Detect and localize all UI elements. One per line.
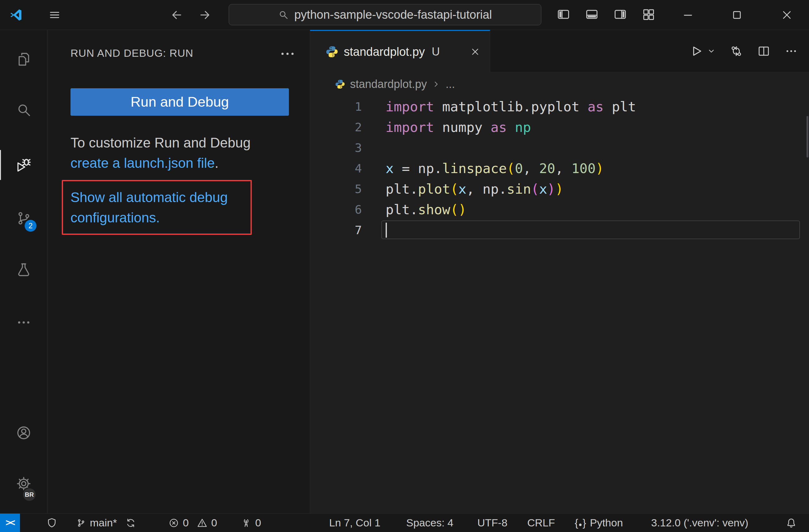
forward-arrow-icon[interactable] — [199, 8, 211, 21]
tab-label: standardplot.py — [344, 45, 425, 59]
remote-indicator[interactable]: >< — [0, 514, 20, 532]
error-icon — [169, 518, 179, 528]
sidebar-item-testing[interactable] — [0, 255, 47, 285]
line-number[interactable]: 2 — [310, 117, 362, 138]
code-line-7[interactable]: 7 — [310, 220, 809, 241]
line-number[interactable]: 5 — [310, 179, 362, 199]
chevron-down-icon — [707, 47, 716, 55]
eol-item[interactable]: CRLF — [527, 514, 555, 532]
account-icon — [16, 425, 32, 441]
accounts-button[interactable] — [0, 418, 47, 448]
code-line-6[interactable]: 6plt.show() — [310, 199, 809, 220]
language-mode-item[interactable]: {} Python — [575, 514, 623, 532]
problems-status-item[interactable]: 0 0 — [169, 514, 217, 532]
toggle-sidebar-right-icon[interactable] — [614, 7, 627, 21]
command-center-search[interactable]: python-sample-vscode-fastapi-tutorial — [229, 4, 541, 25]
source-control-badge: 2 — [25, 220, 36, 232]
line-content: import matplotlib.pyplot as plt — [385, 96, 636, 117]
sidebar-more-actions-button[interactable] — [279, 48, 296, 59]
close-button[interactable] — [780, 9, 793, 21]
show-automatic-debug-configurations-link[interactable]: Show all automatic debug configurations. — [70, 187, 228, 228]
tab-close-icon[interactable] — [470, 47, 480, 57]
sentence-period: . — [214, 155, 218, 171]
launch-json-row: create a launch.json file. — [70, 154, 219, 172]
search-icon — [16, 102, 32, 118]
warning-icon — [197, 518, 207, 528]
workspace-trust-badge[interactable] — [46, 514, 57, 532]
ellipsis-icon — [281, 53, 283, 55]
code-line-2[interactable]: 2import numpy as np — [310, 117, 809, 138]
sync-icon — [126, 518, 136, 528]
current-line-highlight — [381, 220, 800, 239]
run-and-debug-button[interactable]: Run and Debug — [70, 88, 289, 116]
create-launch-json-link[interactable]: create a launch.json file — [70, 155, 214, 171]
run-and-debug-sidebar: RUN AND DEBUG: RUN Run and Debug To cust… — [48, 30, 310, 513]
branch-name: main* — [90, 517, 117, 529]
cursor-position-item[interactable]: Ln 7, Col 1 — [329, 514, 380, 532]
notifications-bell[interactable] — [786, 514, 797, 532]
shield-icon — [46, 517, 57, 529]
explorer-icon — [16, 51, 32, 67]
line-number[interactable]: 6 — [310, 199, 362, 220]
python-file-icon — [335, 79, 345, 89]
tab-standardplot-py[interactable]: standardplot.py U — [310, 30, 490, 73]
line-number[interactable]: 4 — [310, 158, 362, 179]
toggle-panel-icon[interactable] — [585, 7, 599, 21]
customize-hint-text: To customize Run and Debug — [70, 134, 251, 152]
open-changes-icon[interactable] — [730, 45, 743, 58]
code-line-1[interactable]: 1import matplotlib.pyplot as plt — [310, 96, 809, 117]
breadcrumb: standardplot.py ... — [335, 74, 455, 94]
text-cursor — [385, 223, 387, 237]
sidebar-item-source-control[interactable] — [0, 203, 47, 233]
breadcrumb-file[interactable]: standardplot.py — [350, 78, 427, 91]
git-branch-icon — [76, 518, 86, 528]
scrollbar-thumb[interactable] — [807, 116, 808, 158]
sidebar-item-run-and-debug[interactable] — [0, 150, 47, 180]
python-interpreter-item[interactable]: 3.12.0 ('.venv': venv) — [651, 514, 748, 532]
code-line-5[interactable]: 5plt.plot(x, np.sin(x)) — [310, 179, 809, 199]
branch-status-item[interactable]: main* — [76, 514, 136, 532]
customize-layout-icon[interactable] — [642, 7, 655, 21]
maximize-button[interactable] — [731, 9, 743, 21]
run-and-debug-icon — [16, 157, 32, 173]
beaker-icon — [16, 262, 32, 278]
encoding-item[interactable]: UTF-8 — [477, 514, 507, 532]
more-views-button[interactable] — [0, 307, 47, 337]
warning-count: 0 — [211, 517, 217, 529]
line-number[interactable]: 3 — [310, 138, 362, 158]
remote-icon: >< — [6, 518, 14, 528]
code-line-3[interactable]: 3 — [310, 138, 809, 158]
sidebar-item-explorer[interactable] — [0, 44, 47, 74]
python-file-icon — [326, 46, 338, 58]
minimize-button[interactable] — [682, 9, 694, 21]
title-bar: python-sample-vscode-fastapi-tutorial — [0, 0, 809, 30]
line-content: import numpy as np — [385, 117, 531, 138]
menu-hamburger-icon[interactable] — [48, 9, 61, 21]
radio-tower-icon — [241, 518, 252, 528]
code-editor[interactable]: 1import matplotlib.pyplot as plt2import … — [310, 94, 809, 241]
search-value: python-sample-vscode-fastapi-tutorial — [294, 8, 492, 21]
line-content: plt.show() — [385, 199, 466, 220]
line-content: plt.plot(x, np.sin(x)) — [385, 179, 564, 199]
vscode-logo-icon — [9, 8, 23, 22]
line-number[interactable]: 7 — [310, 220, 362, 241]
vscode-window: python-sample-vscode-fastapi-tutorial — [0, 0, 809, 532]
toggle-sidebar-left-icon[interactable] — [556, 7, 570, 21]
play-icon — [690, 45, 703, 58]
back-arrow-icon[interactable] — [170, 8, 183, 21]
line-number[interactable]: 1 — [310, 96, 362, 117]
split-editor-icon[interactable] — [757, 45, 770, 58]
editor-group: standardplot.py U — [310, 30, 809, 513]
run-python-file-button[interactable] — [690, 45, 716, 58]
line-content: x = np.linspace(0, 20, 100) — [385, 158, 604, 179]
ellipsis-icon — [16, 315, 32, 330]
error-count: 0 — [183, 517, 189, 529]
breadcrumb-more[interactable]: ... — [446, 78, 455, 91]
more-actions-icon[interactable] — [785, 45, 798, 58]
profile-badge[interactable]: BR — [22, 487, 36, 502]
code-line-4[interactable]: 4x = np.linspace(0, 20, 100) — [310, 158, 809, 179]
chevron-right-icon — [432, 80, 441, 89]
ports-status-item[interactable]: 0 — [241, 514, 261, 532]
indentation-item[interactable]: Spaces: 4 — [406, 514, 453, 532]
sidebar-item-search[interactable] — [0, 95, 47, 125]
